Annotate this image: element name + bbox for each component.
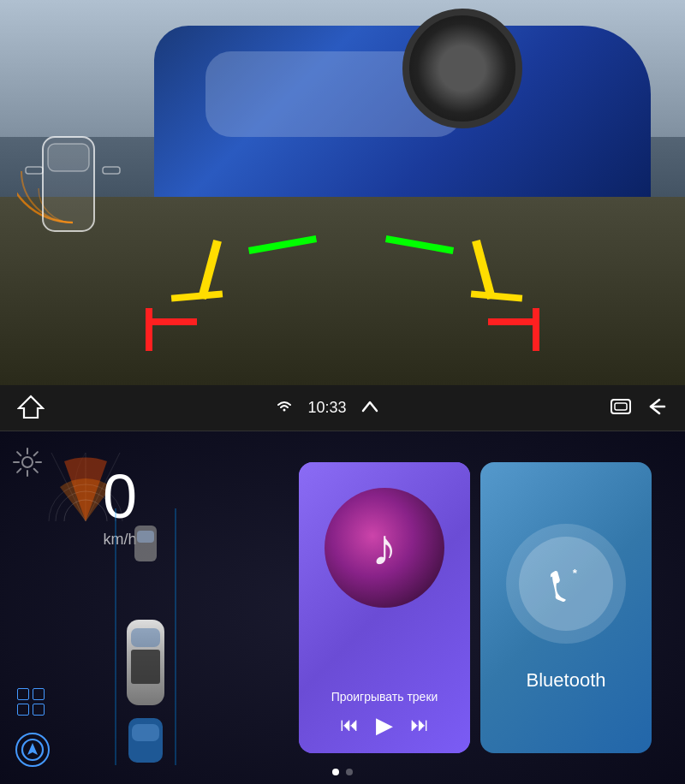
prev-track-button[interactable]: ⏮ [340,716,359,734]
apps-grid-icon[interactable] [17,688,45,716]
svg-marker-19 [27,743,38,755]
car-side-overlay [26,68,120,257]
chevron-up-icon[interactable] [360,399,379,418]
svg-rect-14 [131,628,160,647]
guide-green-left [248,235,317,254]
svg-rect-2 [26,167,43,174]
grid-cell-1 [17,688,29,700]
music-controls: ⏮ ▶ ⏭ [340,714,429,736]
guide-yellow-right-h [471,290,522,301]
bluetooth-card[interactable]: * Bluetooth [480,462,652,753]
sensor-arc-overlay [17,120,128,231]
page-dot-1[interactable] [332,769,339,775]
media-section: ♪ Проигрывать треки ⏮ ▶ ⏭ * [291,445,668,770]
svg-rect-1 [48,144,89,171]
music-card-label: Проигрывать треки [331,690,438,704]
status-time: 10:33 [307,399,346,417]
bottom-panel: 0 km/h [0,431,685,784]
svg-rect-3 [103,167,120,174]
music-album-art: ♪ [325,488,444,608]
next-track-button[interactable]: ⏭ [410,716,429,734]
guide-green-right [385,235,454,254]
svg-rect-15 [131,650,160,684]
svg-rect-12 [137,531,154,543]
bluetooth-phone-icon: * [545,562,587,605]
svg-text:*: * [573,567,578,579]
bluetooth-circle-outer: * [506,524,626,644]
grid-cell-3 [17,704,29,716]
car-wheel [402,9,522,128]
play-pause-button[interactable]: ▶ [376,714,393,736]
grid-cell-4 [33,704,45,716]
music-note-icon: ♪ [372,522,397,573]
svg-marker-4 [19,396,43,418]
music-card[interactable]: ♪ Проигрывать треки ⏮ ▶ ⏭ [299,462,470,753]
settings-icon[interactable] [12,447,43,481]
home-button[interactable] [17,395,45,422]
status-center: 10:33 [275,398,378,418]
bluetooth-circle-inner: * [519,537,613,631]
svg-point-8 [22,457,33,467]
parking-guide-lines [128,197,557,368]
guide-yellow-left-h [171,290,223,301]
window-icon[interactable] [610,398,632,419]
status-right [610,397,668,419]
dashboard-section: 0 km/h [0,431,291,784]
back-icon[interactable] [646,397,668,419]
camera-car [154,26,651,214]
svg-rect-6 [615,403,627,410]
grid-cell-2 [33,688,45,700]
camera-view [0,0,685,385]
page-dots [332,769,353,775]
status-bar: 10:33 [0,385,685,431]
page-dot-2[interactable] [346,769,353,775]
navigation-icon[interactable] [15,733,50,767]
bluetooth-label: Bluetooth [527,669,606,692]
topdown-car-view [103,508,188,765]
wifi-icon [275,398,294,418]
status-left [17,395,45,422]
svg-rect-17 [132,724,159,741]
